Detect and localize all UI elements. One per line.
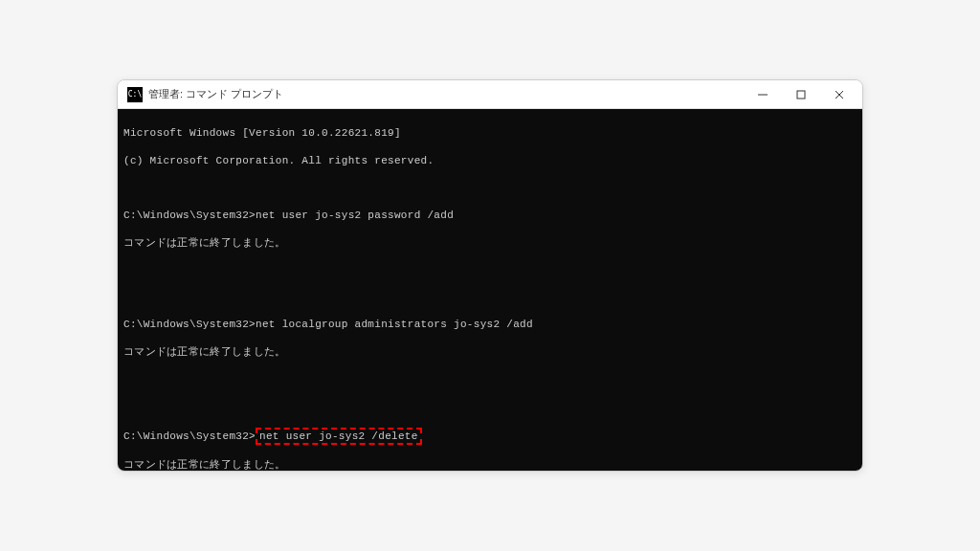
- prompt: C:\Windows\System32>: [123, 209, 256, 221]
- close-icon: [835, 90, 844, 99]
- prompt: C:\Windows\System32>: [123, 319, 256, 330]
- blank-line: [123, 291, 857, 304]
- highlighted-command: net user jo-sys2 /delete: [256, 428, 422, 445]
- blank-line: [123, 181, 857, 194]
- success-message-2: コマンドは正常に終了しました。: [123, 345, 857, 359]
- command-prompt-window: C:\ 管理者: コマンド プロンプト Microsoft Windows [V…: [117, 79, 863, 472]
- blank-line: [123, 373, 857, 386]
- success-message-1: コマンドは正常に終了しました。: [123, 236, 857, 250]
- minimize-button[interactable]: [744, 80, 782, 108]
- terminal-content[interactable]: Microsoft Windows [Version 10.0.22621.81…: [118, 109, 862, 471]
- window-controls: [744, 80, 858, 108]
- prompt: C:\Windows\System32>: [123, 430, 256, 442]
- blank-line: [123, 400, 857, 413]
- command-line-3: C:\Windows\System32>net user jo-sys2 /de…: [123, 428, 857, 445]
- command-2: net localgroup administrators jo-sys2 /a…: [256, 319, 533, 330]
- minimize-icon: [758, 90, 768, 99]
- version-text: Microsoft Windows [Version 10.0.22621.81…: [123, 126, 857, 140]
- command-line-2: C:\Windows\System32>net localgroup admin…: [123, 318, 857, 331]
- command-3: net user jo-sys2 /delete: [259, 430, 418, 442]
- maximize-button[interactable]: [782, 80, 820, 108]
- app-icon: C:\: [127, 87, 143, 102]
- copyright-text: (c) Microsoft Corporation. All rights re…: [123, 154, 857, 167]
- window-title: 管理者: コマンド プロンプト: [148, 87, 744, 101]
- app-icon-text: C:\: [128, 90, 142, 99]
- close-button[interactable]: [820, 80, 858, 108]
- maximize-icon: [796, 90, 806, 99]
- command-line-1: C:\Windows\System32>net user jo-sys2 pas…: [123, 209, 857, 222]
- success-message-3: コマンドは正常に終了しました。: [123, 458, 857, 471]
- command-1: net user jo-sys2 password /add: [256, 209, 454, 221]
- blank-line: [123, 263, 857, 276]
- svg-rect-1: [797, 91, 805, 99]
- titlebar[interactable]: C:\ 管理者: コマンド プロンプト: [118, 80, 862, 109]
